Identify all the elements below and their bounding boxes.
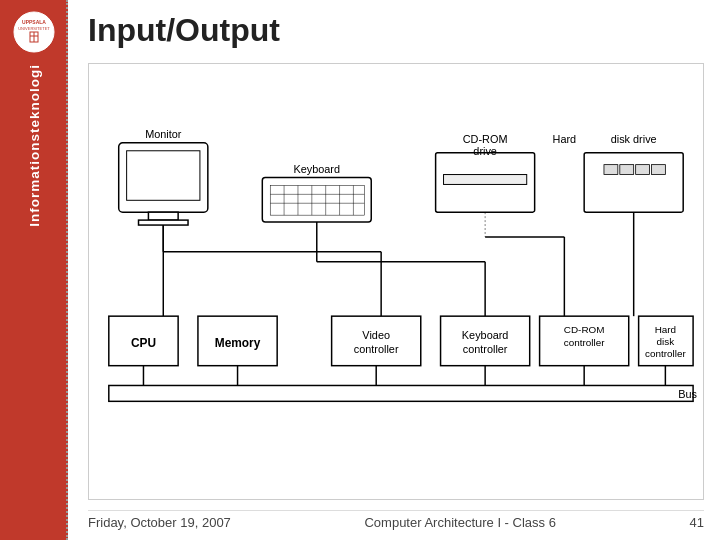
svg-text:controller: controller [564,337,605,348]
svg-text:controller: controller [354,343,399,355]
main-content: Input/Output Monitor [68,0,720,540]
svg-text:CD-ROM: CD-ROM [463,133,508,145]
svg-text:UNIVERSITETET: UNIVERSITETET [18,26,50,31]
svg-text:controller: controller [645,348,686,359]
svg-rect-9 [139,220,189,225]
svg-text:CD-ROM: CD-ROM [564,324,605,335]
svg-text:Keyboard: Keyboard [462,329,509,341]
svg-text:Hard: Hard [655,324,676,335]
svg-text:Memory: Memory [215,336,261,350]
svg-rect-29 [636,165,650,175]
svg-text:Video: Video [362,329,390,341]
sidebar: UPPSALA UNIVERSITETET Informationsteknol… [0,0,68,540]
svg-text:drive: drive [473,145,497,157]
svg-text:disk drive: disk drive [611,133,657,145]
svg-rect-26 [584,153,683,212]
io-diagram: Monitor Keyboard CD-ROM drive [88,63,704,500]
sidebar-label: Informationsteknologi [27,64,42,227]
svg-text:Hard: Hard [553,133,577,145]
svg-text:Bus: Bus [678,388,697,400]
svg-rect-6 [119,143,208,212]
svg-rect-8 [148,212,178,220]
footer: Friday, October 19, 2007 Computer Archit… [88,510,704,530]
svg-rect-30 [652,165,666,175]
svg-text:controller: controller [463,343,508,355]
svg-rect-27 [604,165,618,175]
svg-text:UPPSALA: UPPSALA [22,19,46,25]
footer-course: Computer Architecture I - Class 6 [364,515,555,530]
university-logo: UPPSALA UNIVERSITETET [12,10,56,54]
svg-rect-61 [109,385,693,401]
svg-text:Monitor: Monitor [145,128,182,140]
svg-text:disk: disk [657,336,675,347]
svg-rect-28 [620,165,634,175]
page-title: Input/Output [88,12,704,49]
svg-text:CPU: CPU [131,336,156,350]
svg-text:Keyboard: Keyboard [293,163,340,175]
svg-rect-23 [444,175,527,185]
footer-date: Friday, October 19, 2007 [88,515,231,530]
footer-slide-number: 41 [690,515,704,530]
